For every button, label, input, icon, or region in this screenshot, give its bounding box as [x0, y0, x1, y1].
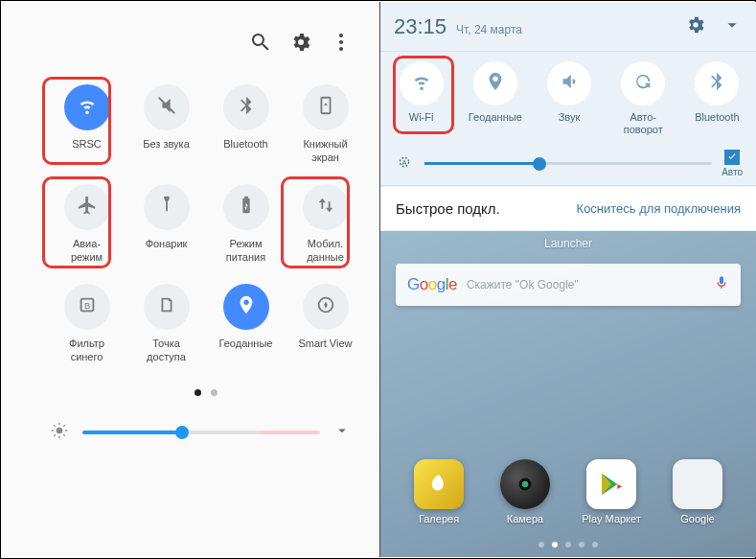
toggle-label: Bluetooth [695, 111, 739, 136]
svg-point-20 [522, 481, 529, 488]
search-placeholder: Скажите "Ok Google" [467, 278, 704, 291]
notification-panel: 23:15 Чт, 24 марта Wi-Fi Геоданные Звук [380, 2, 756, 557]
quick-settings-expanded: SRSC Без звука Bluetooth Книжный экран [2, 2, 379, 557]
hotspot-icon [156, 294, 177, 319]
panel-top-actions [50, 31, 362, 58]
page-dot[interactable] [538, 542, 544, 547]
chevron-down-icon[interactable] [722, 14, 743, 39]
svg-line-13 [54, 425, 56, 427]
svg-text:B: B [83, 301, 89, 311]
page-dot[interactable] [565, 542, 571, 547]
google-search-bar[interactable]: Google Скажите "Ok Google" [396, 264, 741, 306]
svg-point-0 [339, 34, 343, 37]
location-icon [236, 294, 257, 319]
brightness-slider[interactable] [424, 162, 712, 165]
wifi-icon [77, 95, 98, 120]
page-dot[interactable] [211, 389, 218, 396]
more-icon[interactable] [330, 31, 353, 58]
bluetooth-icon [236, 95, 257, 120]
tile-label: Геоданные [219, 338, 273, 364]
home-screen: Launcher Google Скажите "Ok Google" Гале… [380, 231, 756, 557]
toggle-label: Wi-Fi [409, 111, 434, 136]
svg-line-14 [63, 434, 65, 436]
app-label: Галерея [419, 513, 459, 524]
tile-wifi[interactable]: SRSC [50, 84, 124, 165]
location-icon [485, 71, 506, 96]
toggle-sound[interactable]: Звук [536, 61, 602, 136]
app-playstore[interactable]: Play Маркет [577, 459, 646, 524]
home-page-indicator [538, 542, 598, 547]
bluetooth-icon [706, 71, 727, 96]
tile-label: SRSC [72, 138, 102, 165]
tile-location[interactable]: Геоданные [209, 284, 283, 364]
tile-data[interactable]: Мобил. данные [288, 184, 362, 265]
tile-smartview[interactable]: Smart View [288, 284, 362, 364]
tile-power[interactable]: Режим питания [209, 184, 283, 265]
mute-icon [156, 95, 177, 120]
flashlight-icon [156, 195, 177, 220]
quick-connect-title: Быстрое подкл. [396, 200, 500, 217]
gear-icon[interactable] [289, 31, 312, 58]
toggle-wifi[interactable]: Wi-Fi [388, 61, 454, 136]
tile-portrait[interactable]: Книжный экран [288, 84, 362, 165]
wifi-icon [411, 71, 432, 96]
brightness-low-icon [50, 421, 69, 444]
app-google[interactable]: Google [663, 459, 732, 524]
auto-checkbox[interactable] [724, 150, 740, 165]
svg-point-2 [339, 47, 343, 51]
expand-icon[interactable] [333, 422, 351, 443]
clock: 23:15 Чт, 24 марта [394, 14, 522, 39]
auto-label: Авто [722, 167, 743, 177]
tile-label: Bluetooth [223, 138, 267, 165]
gear-icon[interactable] [685, 14, 706, 39]
tile-label: Мобил. данные [307, 238, 344, 265]
svg-point-1 [339, 40, 343, 44]
tile-hotspot[interactable]: Точка доступа [129, 284, 203, 364]
data-icon [315, 195, 336, 220]
page-dot[interactable] [552, 542, 558, 547]
page-indicator [50, 389, 362, 396]
dock: Галерея Камера Play Маркет Google [380, 459, 756, 524]
svg-text:A: A [402, 157, 407, 166]
portrait-icon [315, 95, 336, 120]
quick-toggles: Wi-Fi Геоданные Звук Авто- поворот Bluet… [380, 52, 756, 142]
app-camera[interactable]: Камера [491, 459, 560, 524]
tile-label: Точка доступа [147, 338, 186, 364]
svg-line-3 [158, 98, 174, 114]
status-bar: 23:15 Чт, 24 марта [380, 2, 756, 52]
airplane-icon [77, 195, 98, 220]
svg-point-8 [57, 428, 63, 434]
toggle-label: Геоданные [469, 111, 522, 136]
tile-mute[interactable]: Без звука [129, 84, 203, 165]
app-gallery[interactable]: Галерея [404, 459, 473, 524]
page-dot[interactable] [195, 389, 201, 396]
quick-settings-grid: SRSC Без звука Bluetooth Книжный экран [50, 84, 362, 364]
app-label: Google [680, 513, 714, 524]
toggle-location[interactable]: Геоданные [462, 61, 528, 136]
page-dot[interactable] [592, 542, 598, 547]
quick-connect-bar[interactable]: Быстрое подкл. Коснитесь для подключения [380, 186, 756, 231]
app-label: Камера [507, 513, 543, 524]
toggle-label: Звук [559, 111, 581, 136]
quick-connect-hint: Коснитесь для подключения [577, 201, 741, 216]
google-logo: Google [407, 275, 457, 294]
tile-flashlight[interactable]: Фонарик [129, 184, 203, 265]
smartview-icon [315, 294, 336, 319]
bluelight-icon: B [77, 294, 98, 319]
toggle-rotate[interactable]: Авто- поворот [610, 61, 676, 136]
tile-label: Smart View [298, 338, 352, 364]
tile-bluetooth[interactable]: Bluetooth [209, 84, 283, 165]
auto-brightness-icon[interactable]: A [394, 151, 415, 176]
brightness-slider[interactable] [82, 431, 320, 434]
battery-icon [236, 195, 257, 220]
date-value: Чт, 24 марта [456, 23, 522, 36]
toggle-bluetooth[interactable]: Bluetooth [684, 61, 750, 136]
page-dot[interactable] [579, 542, 584, 547]
search-icon[interactable] [249, 31, 272, 58]
toggle-label: Авто- поворот [624, 111, 663, 136]
tile-airplane[interactable]: Авиа- режим [50, 184, 124, 265]
app-label: Play Маркет [582, 513, 641, 524]
tile-bluelight[interactable]: B Фильтр синего [50, 284, 124, 364]
mic-icon[interactable] [714, 275, 729, 294]
tile-label: Фильтр синего [69, 338, 104, 364]
